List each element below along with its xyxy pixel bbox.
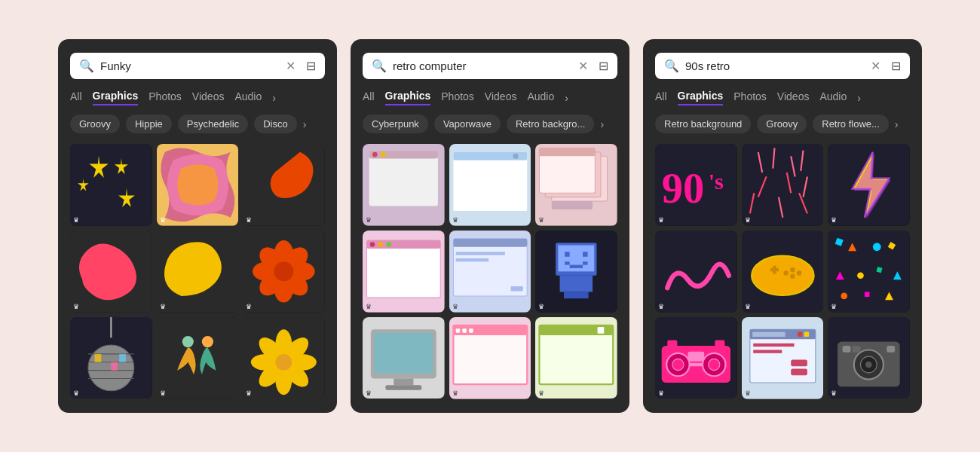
svg-point-38 bbox=[201, 336, 213, 347]
tabs-more-retro[interactable]: › bbox=[565, 92, 568, 104]
svg-rect-186 bbox=[887, 346, 896, 353]
tabs-more-90s[interactable]: › bbox=[857, 92, 861, 104]
grid-item-flower-yellow[interactable]: ♛ bbox=[243, 317, 325, 399]
chip-groovy[interactable]: Groovy bbox=[70, 115, 120, 133]
search-input-funky[interactable] bbox=[100, 60, 280, 72]
svg-rect-176 bbox=[791, 359, 807, 366]
tab-videos-90s[interactable]: Videos bbox=[777, 90, 810, 105]
grid-item-window2[interactable]: ♛ bbox=[449, 144, 531, 226]
search-input-retro[interactable] bbox=[393, 60, 572, 72]
chip-vaporwave[interactable]: Vaporwave bbox=[434, 115, 501, 133]
chip-groovy-90s[interactable]: Groovy bbox=[757, 115, 807, 133]
panel-retro-computer: 🔍 ✕ ⊟ All Graphics Photos Videos Audio ›… bbox=[351, 39, 629, 412]
chips-more-retro[interactable]: › bbox=[600, 118, 604, 130]
grid-item-retro-window[interactable]: ♛ bbox=[742, 317, 824, 399]
tab-videos-retro[interactable]: Videos bbox=[485, 90, 517, 105]
grid-item-crt-monitor[interactable]: ♛ bbox=[363, 317, 445, 399]
chip-hippie[interactable]: Hippie bbox=[126, 115, 172, 133]
grid-item-confetti[interactable]: ♛ bbox=[742, 144, 824, 226]
clear-button-funky[interactable]: ✕ bbox=[286, 59, 296, 73]
chip-retro-flower[interactable]: Retro flowe... bbox=[813, 115, 889, 133]
svg-point-160 bbox=[672, 359, 684, 370]
search-icon: 🔍 bbox=[79, 59, 94, 73]
grid-item-blob-pink[interactable]: ♛ bbox=[70, 231, 152, 313]
tab-all-funky[interactable]: All bbox=[70, 90, 82, 105]
tab-graphics-funky[interactable]: Graphics bbox=[93, 90, 139, 105]
grid-item-squiggle-pink[interactable]: ♛ bbox=[655, 231, 737, 313]
tab-all-retro[interactable]: All bbox=[363, 90, 375, 105]
svg-rect-171 bbox=[752, 331, 785, 337]
grid-item-window6[interactable]: ♛ bbox=[449, 317, 531, 399]
svg-rect-175 bbox=[753, 350, 782, 353]
chip-disco[interactable]: Disco bbox=[254, 115, 297, 133]
svg-point-54 bbox=[372, 152, 378, 157]
tab-photos-90s[interactable]: Photos bbox=[733, 90, 767, 105]
grid-item-squiggle-orange[interactable]: ♛ bbox=[243, 144, 325, 226]
tab-videos-funky[interactable]: Videos bbox=[192, 90, 225, 105]
svg-point-73 bbox=[378, 242, 384, 247]
svg-rect-97 bbox=[394, 378, 413, 385]
grid-item-retro-computer[interactable]: ♛ bbox=[535, 231, 617, 313]
chip-retro-background[interactable]: Retro background bbox=[655, 115, 751, 133]
svg-text:♛: ♛ bbox=[831, 389, 838, 397]
svg-point-141 bbox=[783, 270, 789, 276]
svg-rect-36 bbox=[157, 317, 239, 399]
svg-point-140 bbox=[790, 274, 795, 279]
svg-point-153 bbox=[841, 293, 848, 300]
chips-more-90s[interactable]: › bbox=[895, 118, 899, 130]
svg-rect-80 bbox=[455, 258, 488, 261]
tabs-more-funky[interactable]: › bbox=[272, 92, 276, 104]
tab-all-90s[interactable]: All bbox=[655, 90, 667, 105]
svg-rect-91 bbox=[560, 276, 593, 292]
svg-rect-70 bbox=[366, 240, 440, 298]
svg-rect-105 bbox=[469, 328, 473, 332]
tab-audio-retro[interactable]: Audio bbox=[527, 90, 554, 105]
grid-item-swirl[interactable]: ♛ bbox=[157, 144, 239, 226]
tabs-retro: All Graphics Photos Videos Audio › bbox=[363, 90, 617, 105]
grid-item-boombox[interactable]: ♛ bbox=[655, 317, 737, 399]
svg-rect-60 bbox=[513, 154, 518, 160]
grid-item-stars[interactable]: ♛ bbox=[70, 144, 152, 226]
chip-cyberpunk[interactable]: Cyberpunk bbox=[363, 115, 428, 133]
grid-item-90s-text[interactable]: 90 's ♛ bbox=[655, 144, 737, 226]
tab-graphics-90s[interactable]: Graphics bbox=[678, 90, 724, 105]
tab-audio-90s[interactable]: Audio bbox=[819, 90, 847, 105]
grid-item-window3[interactable]: ♛ bbox=[535, 144, 617, 226]
grid-item-window4[interactable]: ♛ bbox=[363, 231, 445, 313]
svg-rect-87 bbox=[583, 252, 588, 257]
grid-item-window1[interactable]: ♛ bbox=[363, 144, 445, 226]
tab-audio-funky[interactable]: Audio bbox=[234, 90, 262, 105]
search-input-90s[interactable] bbox=[685, 60, 865, 72]
svg-rect-86 bbox=[565, 252, 570, 257]
grid-item-blob-yellow[interactable]: ♛ bbox=[157, 231, 239, 313]
chip-psychedelic[interactable]: Psychedelic bbox=[178, 115, 248, 133]
svg-rect-79 bbox=[455, 252, 504, 255]
clear-button-90s[interactable]: ✕ bbox=[871, 59, 880, 73]
svg-point-150 bbox=[857, 273, 864, 279]
chips-more-funky[interactable]: › bbox=[303, 118, 307, 130]
filter-button-90s[interactable]: ⊟ bbox=[891, 59, 901, 73]
filter-button-funky[interactable]: ⊟ bbox=[306, 59, 316, 73]
tab-graphics-retro[interactable]: Graphics bbox=[385, 90, 431, 105]
grid-item-gamepad[interactable]: ♛ bbox=[742, 231, 824, 313]
clear-button-retro[interactable]: ✕ bbox=[578, 59, 588, 73]
search-bar-funky: 🔍 ✕ ⊟ bbox=[70, 53, 325, 79]
svg-text:♛: ♛ bbox=[366, 303, 372, 310]
svg-point-183 bbox=[865, 362, 872, 368]
tab-photos-funky[interactable]: Photos bbox=[149, 90, 182, 105]
svg-rect-33 bbox=[111, 362, 118, 371]
grid-item-window5[interactable]: ♛ bbox=[449, 231, 531, 313]
grid-item-shapes[interactable]: ♛ bbox=[828, 231, 910, 313]
grid-item-flower-orange[interactable]: ♛ bbox=[243, 231, 325, 313]
chip-retro-bg[interactable]: Retro backgro... bbox=[507, 115, 595, 133]
panels-container: 🔍 ✕ ⊟ All Graphics Photos Videos Audio ›… bbox=[28, 17, 952, 435]
grid-item-discoball[interactable]: ♛ bbox=[70, 317, 152, 399]
svg-text:♛: ♛ bbox=[247, 389, 253, 397]
grid-item-speaker[interactable]: ♛ bbox=[828, 317, 910, 399]
tab-photos-retro[interactable]: Photos bbox=[441, 90, 474, 105]
grid-item-window7[interactable]: ♛ bbox=[535, 317, 617, 399]
filter-button-retro[interactable]: ⊟ bbox=[599, 59, 608, 73]
svg-text:♛: ♛ bbox=[745, 389, 751, 397]
grid-item-dancers[interactable]: ♛ bbox=[157, 317, 239, 399]
grid-item-lightning[interactable]: ♛ bbox=[828, 144, 910, 226]
